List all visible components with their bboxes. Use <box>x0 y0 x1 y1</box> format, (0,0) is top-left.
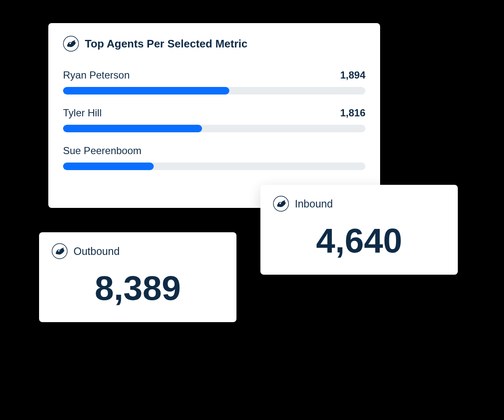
agent-name: Sue Peerenboom <box>63 145 142 157</box>
progress-fill <box>63 125 202 132</box>
agent-name: Ryan Peterson <box>63 69 130 81</box>
stat-label: Outbound <box>74 245 120 257</box>
agent-row: Tyler Hill 1,816 <box>63 107 365 132</box>
agent-value: 1,816 <box>340 107 365 119</box>
stat-value: 4,640 <box>273 222 445 260</box>
stat-value: 8,389 <box>52 269 224 307</box>
card-title: Top Agents Per Selected Metric <box>85 37 247 50</box>
svg-point-5 <box>58 250 60 252</box>
agent-name: Tyler Hill <box>63 107 102 119</box>
logo-icon <box>52 243 68 259</box>
svg-point-3 <box>279 202 281 204</box>
agent-row: Sue Peerenboom <box>63 145 365 170</box>
agent-value: 1,894 <box>340 69 365 81</box>
progress-bar <box>63 87 365 94</box>
logo-icon <box>63 36 79 52</box>
agent-info: Ryan Peterson 1,894 <box>63 69 365 81</box>
logo-icon <box>273 196 289 212</box>
progress-fill <box>63 163 154 170</box>
progress-bar <box>63 125 365 132</box>
agent-info: Sue Peerenboom <box>63 145 365 157</box>
progress-fill <box>63 87 229 94</box>
stat-header: Outbound <box>52 243 224 259</box>
progress-bar <box>63 163 365 170</box>
inbound-card: Inbound 4,640 <box>260 185 458 275</box>
agent-info: Tyler Hill 1,816 <box>63 107 365 119</box>
stat-header: Inbound <box>273 196 445 212</box>
stat-label: Inbound <box>295 198 333 210</box>
agent-row: Ryan Peterson 1,894 <box>63 69 365 94</box>
card-header: Top Agents Per Selected Metric <box>63 36 365 52</box>
outbound-card: Outbound 8,389 <box>39 232 236 322</box>
top-agents-card: Top Agents Per Selected Metric Ryan Pete… <box>48 23 380 208</box>
svg-point-1 <box>69 42 71 44</box>
